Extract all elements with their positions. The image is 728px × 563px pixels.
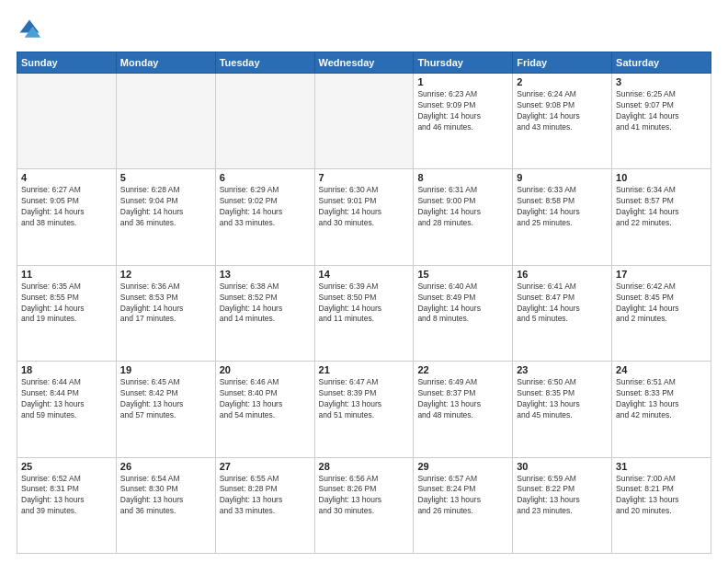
calendar-cell: 5Sunrise: 6:28 AM Sunset: 9:04 PM Daylig… — [116, 169, 215, 265]
weekday-header-monday: Monday — [116, 52, 215, 74]
day-info: Sunrise: 6:49 AM Sunset: 8:37 PM Dayligh… — [417, 377, 508, 421]
weekday-header-friday: Friday — [513, 52, 612, 74]
calendar-cell: 11Sunrise: 6:35 AM Sunset: 8:55 PM Dayli… — [17, 265, 117, 361]
calendar-table: SundayMondayTuesdayWednesdayThursdayFrid… — [17, 52, 711, 554]
calendar-cell: 4Sunrise: 6:27 AM Sunset: 9:05 PM Daylig… — [17, 169, 117, 265]
day-number: 8 — [417, 172, 508, 183]
calendar-cell: 19Sunrise: 6:45 AM Sunset: 8:42 PM Dayli… — [116, 362, 215, 457]
day-number: 14 — [319, 269, 410, 280]
day-info: Sunrise: 6:47 AM Sunset: 8:39 PM Dayligh… — [319, 377, 410, 421]
calendar-header: SundayMondayTuesdayWednesdayThursdayFrid… — [17, 52, 711, 74]
calendar-cell: 29Sunrise: 6:57 AM Sunset: 8:24 PM Dayli… — [414, 457, 513, 553]
day-info: Sunrise: 6:34 AM Sunset: 8:57 PM Dayligh… — [616, 185, 707, 229]
calendar-cell: 14Sunrise: 6:39 AM Sunset: 8:50 PM Dayli… — [314, 265, 414, 361]
day-info: Sunrise: 6:27 AM Sunset: 9:05 PM Dayligh… — [21, 185, 112, 229]
day-number: 2 — [517, 76, 608, 87]
day-info: Sunrise: 6:51 AM Sunset: 8:33 PM Dayligh… — [616, 377, 707, 421]
day-number: 19 — [120, 364, 211, 375]
day-number: 23 — [517, 364, 608, 375]
day-info: Sunrise: 6:25 AM Sunset: 9:07 PM Dayligh… — [616, 89, 707, 133]
calendar-cell — [17, 74, 117, 169]
page: SundayMondayTuesdayWednesdayThursdayFrid… — [0, 0, 728, 563]
logo-icon — [17, 17, 42, 42]
calendar-cell: 24Sunrise: 6:51 AM Sunset: 8:33 PM Dayli… — [612, 362, 711, 457]
day-number: 26 — [120, 461, 211, 472]
calendar-body: 1Sunrise: 6:23 AM Sunset: 9:09 PM Daylig… — [17, 74, 711, 554]
day-number: 1 — [417, 76, 508, 87]
day-info: Sunrise: 7:00 AM Sunset: 8:21 PM Dayligh… — [616, 474, 707, 518]
day-number: 31 — [616, 461, 707, 472]
calendar-cell: 25Sunrise: 6:52 AM Sunset: 8:31 PM Dayli… — [17, 457, 117, 553]
day-number: 28 — [319, 461, 410, 472]
day-info: Sunrise: 6:57 AM Sunset: 8:24 PM Dayligh… — [417, 474, 508, 518]
calendar-cell: 6Sunrise: 6:29 AM Sunset: 9:02 PM Daylig… — [215, 169, 314, 265]
day-number: 17 — [616, 269, 707, 280]
calendar-cell: 23Sunrise: 6:50 AM Sunset: 8:35 PM Dayli… — [513, 362, 612, 457]
calendar-cell: 17Sunrise: 6:42 AM Sunset: 8:45 PM Dayli… — [612, 265, 711, 361]
weekday-header-wednesday: Wednesday — [314, 52, 414, 74]
day-number: 3 — [616, 76, 707, 87]
calendar-cell: 3Sunrise: 6:25 AM Sunset: 9:07 PM Daylig… — [612, 74, 711, 169]
calendar-cell: 8Sunrise: 6:31 AM Sunset: 9:00 PM Daylig… — [414, 169, 513, 265]
calendar-cell: 18Sunrise: 6:44 AM Sunset: 8:44 PM Dayli… — [17, 362, 117, 457]
day-info: Sunrise: 6:30 AM Sunset: 9:01 PM Dayligh… — [319, 185, 410, 229]
calendar-cell: 12Sunrise: 6:36 AM Sunset: 8:53 PM Dayli… — [116, 265, 215, 361]
weekday-row: SundayMondayTuesdayWednesdayThursdayFrid… — [17, 52, 711, 74]
day-info: Sunrise: 6:44 AM Sunset: 8:44 PM Dayligh… — [21, 377, 112, 421]
day-info: Sunrise: 6:45 AM Sunset: 8:42 PM Dayligh… — [120, 377, 211, 421]
day-number: 9 — [517, 172, 608, 183]
calendar-week-3: 11Sunrise: 6:35 AM Sunset: 8:55 PM Dayli… — [17, 265, 711, 361]
header — [17, 17, 711, 42]
day-number: 24 — [616, 364, 707, 375]
calendar-cell: 2Sunrise: 6:24 AM Sunset: 9:08 PM Daylig… — [513, 74, 612, 169]
day-number: 20 — [220, 364, 311, 375]
day-info: Sunrise: 6:52 AM Sunset: 8:31 PM Dayligh… — [21, 474, 112, 518]
day-info: Sunrise: 6:23 AM Sunset: 9:09 PM Dayligh… — [417, 89, 508, 133]
day-number: 6 — [220, 172, 311, 183]
calendar-cell: 15Sunrise: 6:40 AM Sunset: 8:49 PM Dayli… — [414, 265, 513, 361]
day-info: Sunrise: 6:40 AM Sunset: 8:49 PM Dayligh… — [417, 282, 508, 326]
calendar-cell: 7Sunrise: 6:30 AM Sunset: 9:01 PM Daylig… — [314, 169, 414, 265]
weekday-header-tuesday: Tuesday — [215, 52, 314, 74]
day-number: 22 — [417, 364, 508, 375]
day-number: 18 — [21, 364, 112, 375]
calendar-week-2: 4Sunrise: 6:27 AM Sunset: 9:05 PM Daylig… — [17, 169, 711, 265]
day-number: 27 — [220, 461, 311, 472]
day-info: Sunrise: 6:55 AM Sunset: 8:28 PM Dayligh… — [220, 474, 311, 518]
calendar-cell: 10Sunrise: 6:34 AM Sunset: 8:57 PM Dayli… — [612, 169, 711, 265]
calendar-week-4: 18Sunrise: 6:44 AM Sunset: 8:44 PM Dayli… — [17, 362, 711, 457]
calendar-cell: 1Sunrise: 6:23 AM Sunset: 9:09 PM Daylig… — [414, 74, 513, 169]
day-number: 12 — [120, 269, 211, 280]
day-info: Sunrise: 6:42 AM Sunset: 8:45 PM Dayligh… — [616, 282, 707, 326]
day-number: 29 — [417, 461, 508, 472]
day-info: Sunrise: 6:36 AM Sunset: 8:53 PM Dayligh… — [120, 282, 211, 326]
day-number: 25 — [21, 461, 112, 472]
day-number: 16 — [517, 269, 608, 280]
day-info: Sunrise: 6:39 AM Sunset: 8:50 PM Dayligh… — [319, 282, 410, 326]
day-info: Sunrise: 6:33 AM Sunset: 8:58 PM Dayligh… — [517, 185, 608, 229]
day-info: Sunrise: 6:24 AM Sunset: 9:08 PM Dayligh… — [517, 89, 608, 133]
calendar-cell: 28Sunrise: 6:56 AM Sunset: 8:26 PM Dayli… — [314, 457, 414, 553]
day-number: 30 — [517, 461, 608, 472]
weekday-header-thursday: Thursday — [414, 52, 513, 74]
day-info: Sunrise: 6:29 AM Sunset: 9:02 PM Dayligh… — [220, 185, 311, 229]
calendar-cell: 20Sunrise: 6:46 AM Sunset: 8:40 PM Dayli… — [215, 362, 314, 457]
logo — [17, 17, 46, 42]
day-number: 4 — [21, 172, 112, 183]
day-info: Sunrise: 6:28 AM Sunset: 9:04 PM Dayligh… — [120, 185, 211, 229]
day-info: Sunrise: 6:31 AM Sunset: 9:00 PM Dayligh… — [417, 185, 508, 229]
day-info: Sunrise: 6:54 AM Sunset: 8:30 PM Dayligh… — [120, 474, 211, 518]
calendar-cell: 21Sunrise: 6:47 AM Sunset: 8:39 PM Dayli… — [314, 362, 414, 457]
calendar-week-1: 1Sunrise: 6:23 AM Sunset: 9:09 PM Daylig… — [17, 74, 711, 169]
calendar-cell: 22Sunrise: 6:49 AM Sunset: 8:37 PM Dayli… — [414, 362, 513, 457]
weekday-header-saturday: Saturday — [612, 52, 711, 74]
day-number: 15 — [417, 269, 508, 280]
calendar-cell: 31Sunrise: 7:00 AM Sunset: 8:21 PM Dayli… — [612, 457, 711, 553]
day-number: 7 — [319, 172, 410, 183]
calendar-cell: 26Sunrise: 6:54 AM Sunset: 8:30 PM Dayli… — [116, 457, 215, 553]
calendar-cell — [116, 74, 215, 169]
day-info: Sunrise: 6:46 AM Sunset: 8:40 PM Dayligh… — [220, 377, 311, 421]
day-number: 13 — [220, 269, 311, 280]
day-number: 10 — [616, 172, 707, 183]
day-info: Sunrise: 6:35 AM Sunset: 8:55 PM Dayligh… — [21, 282, 112, 326]
